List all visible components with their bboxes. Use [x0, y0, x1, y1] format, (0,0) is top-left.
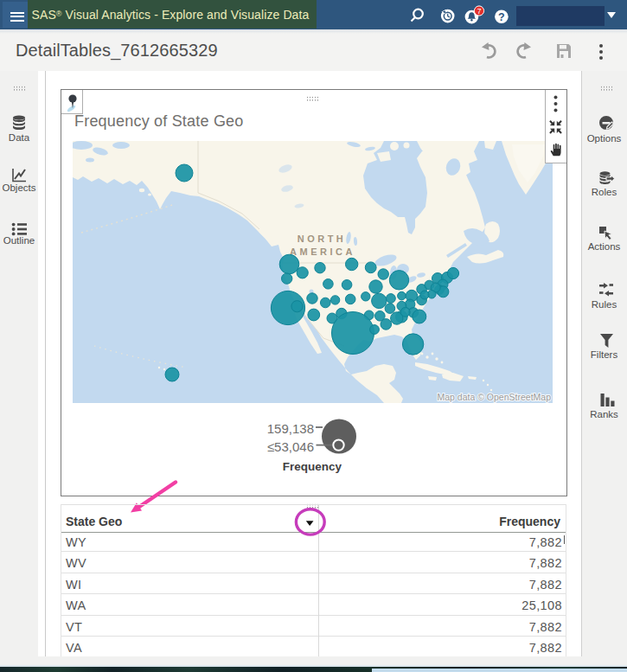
- svg-text:Map data © OpenStreetMap: Map data © OpenStreetMap: [438, 392, 552, 402]
- svg-text:7: 7: [477, 7, 482, 16]
- svg-text:NORTH: NORTH: [298, 234, 347, 244]
- svg-text:?: ?: [498, 11, 505, 23]
- svg-text:AMERICA: AMERICA: [290, 246, 355, 257]
